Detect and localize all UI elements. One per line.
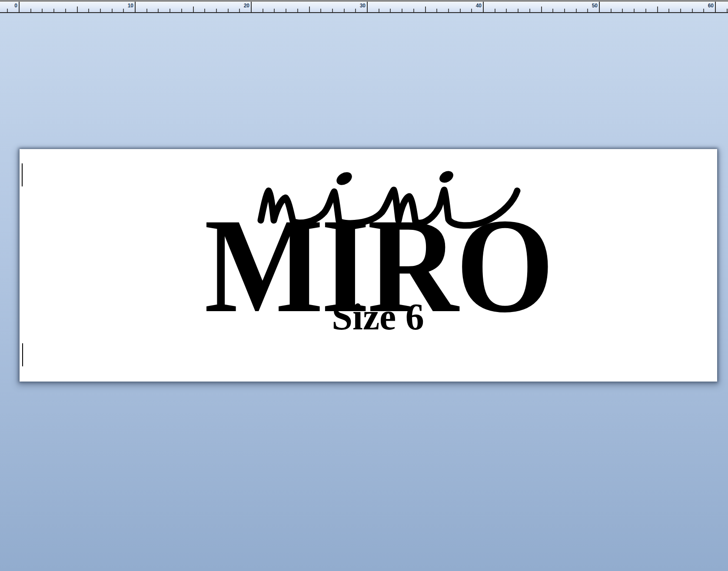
ruler-number: 10 (116, 3, 133, 9)
ruler-tick (274, 9, 275, 12)
label-card[interactable]: MIRO Size 6 (20, 149, 717, 382)
ruler-tick (495, 9, 495, 12)
ruler-tick (135, 2, 136, 12)
ruler-tick (379, 9, 379, 12)
ruler-tick (564, 9, 565, 12)
ruler-tick (204, 9, 205, 12)
ruler-tick (251, 2, 252, 12)
ruler-tick (390, 9, 391, 12)
ruler-tick (286, 9, 286, 12)
size-text[interactable]: Size 6 (29, 298, 727, 335)
ruler-tick (680, 9, 681, 12)
ruler-tick (668, 9, 669, 12)
ruler-tick (529, 9, 530, 12)
ruler-number: 60 (696, 3, 714, 9)
ruler-tick (123, 9, 124, 12)
ruler-number: 20 (232, 3, 249, 9)
ruler-tick (320, 9, 321, 12)
ruler-tick (53, 9, 54, 12)
ruler-tick (297, 9, 298, 12)
ruler-tick (703, 9, 704, 12)
ruler-tick (425, 7, 426, 12)
ruler-tick (7, 9, 8, 12)
ruler-number: 0 (0, 3, 17, 9)
ruler-tick (599, 2, 600, 12)
ruler-number: 40 (464, 3, 482, 9)
ruler-tick (541, 7, 542, 12)
ruler-tick (112, 9, 113, 12)
ruler-tick (228, 9, 229, 12)
ruler-tick (448, 9, 449, 12)
ruler-tick (436, 9, 437, 12)
ruler-tick (263, 9, 263, 12)
ruler-tick (170, 9, 170, 12)
ruler-number: 30 (348, 3, 366, 9)
ruler-number: 50 (580, 3, 598, 9)
ruler-tick (239, 9, 240, 12)
ruler-tick (100, 9, 101, 12)
ruler-tick (65, 9, 66, 12)
ruler-tick (30, 9, 31, 12)
ruler-tick (216, 9, 217, 12)
ruler-tick (727, 9, 728, 12)
ruler-tick (88, 9, 89, 12)
ruler-top-band (0, 0, 728, 2)
design-canvas[interactable]: MIRO Size 6 (0, 13, 728, 571)
text-cursor-mark-bottom (22, 343, 23, 366)
ruler-tick (634, 9, 635, 12)
ruler-tick (146, 9, 147, 12)
ruler-tick (77, 7, 78, 12)
ruler-tick (645, 9, 646, 12)
ruler-tick (471, 9, 472, 12)
ruler-tick (483, 2, 484, 12)
ruler-tick (332, 9, 333, 12)
ruler-tick (460, 9, 461, 12)
ruler-tick (552, 9, 553, 12)
text-cursor-mark-top (22, 163, 23, 186)
i-dot (437, 169, 455, 185)
horizontal-ruler[interactable]: 0102030405060 (0, 0, 728, 13)
ruler-tick (158, 9, 159, 12)
ruler-tick (355, 9, 356, 12)
ruler-tick (367, 2, 368, 12)
ruler-tick (576, 9, 577, 12)
ruler-tick (344, 9, 345, 12)
ruler-tick (657, 7, 658, 12)
ruler-tick (692, 9, 693, 12)
ruler-tick (506, 9, 507, 12)
ruler-tick (622, 9, 623, 12)
ruler-tick (402, 9, 402, 12)
i-dot (334, 169, 354, 188)
ruler-tick (181, 9, 182, 12)
ruler-tick (518, 9, 519, 12)
ruler-tick (19, 2, 20, 12)
ruler-tick (193, 7, 194, 12)
ruler-tick (42, 9, 43, 12)
ruler-tick (413, 9, 414, 12)
ruler-tick (587, 9, 588, 12)
ruler-tick (611, 9, 612, 12)
ruler-tick (715, 2, 716, 12)
ruler-tick (309, 7, 310, 12)
